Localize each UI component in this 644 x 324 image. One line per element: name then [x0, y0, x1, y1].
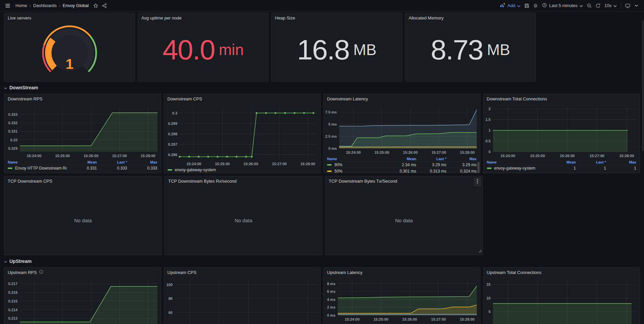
panel-downstream-cps: Downstream CPS 15:24:0015:25:0015:26:001… [164, 94, 321, 173]
downstream-latency-chart[interactable]: 15:24:0015:25:0015:26:0015:27:0015:28:00… [324, 103, 480, 156]
breadcrumb-separator: › [59, 3, 60, 8]
svg-text:80: 80 [168, 296, 172, 300]
add-panel-icon [500, 3, 505, 9]
refresh-interval-picker[interactable]: 10s [602, 1, 619, 10]
panel-title[interactable]: Upstream RPS [8, 270, 37, 275]
add-button[interactable]: Add [498, 1, 522, 10]
dashboard-settings-button[interactable] [531, 1, 540, 10]
svg-text:15:24:00: 15:24:00 [500, 154, 515, 158]
upstream-rps-chart[interactable]: 15:24:0015:25:0015:26:0015:27:0015:28:00… [4, 277, 161, 324]
svg-text:0.296: 0.296 [168, 153, 177, 157]
breadcrumb-current-dashboard[interactable]: Envoy Global [63, 3, 89, 8]
panel-title[interactable]: TCP Downstream Bytes Tx/Second [329, 179, 397, 184]
legend-header: NameMeanLast *Max [327, 156, 477, 161]
upstream-cps-chart[interactable]: 15:24:0015:25:0015:26:0015:27:0015:28:00… [164, 277, 321, 324]
svg-text:5 ms: 5 ms [328, 122, 337, 126]
svg-text:15:26:00: 15:26:00 [243, 162, 258, 166]
svg-text:5: 5 [488, 310, 490, 314]
kebab-icon [477, 179, 478, 185]
panel-upstream-latency: Upstream Latency 15:24:0015:25:0015:26:0… [323, 267, 480, 324]
panel-title[interactable]: Allocated Memory [409, 15, 444, 20]
downstream-cps-chart[interactable]: 15:24:0015:25:0015:26:0015:27:0015:28:00… [164, 103, 321, 167]
svg-text:0.333: 0.333 [8, 112, 17, 117]
downstream-rps-chart[interactable]: 15:24:0015:25:0015:26:0015:27:0015:28:00… [4, 103, 161, 159]
favorite-star-button[interactable] [91, 1, 100, 10]
menu-toggle-button[interactable] [3, 1, 12, 10]
legend-row[interactable]: envoy-gateway-system111 [487, 165, 637, 171]
downstream-total-connections-legend: NameMeanLast *Maxenvoy-gateway-system111 [484, 159, 640, 171]
stat-value: 16.8 [297, 36, 350, 64]
svg-text:15:24:00: 15:24:00 [345, 317, 360, 321]
legend-header: NameMeanLast *Max [8, 159, 157, 165]
share-button[interactable] [100, 1, 109, 10]
top-nav: Home › Dashboards › Envoy Global Add [0, 0, 644, 11]
panel-title[interactable]: Downstream Total Connections [487, 96, 547, 101]
legend-row[interactable]: 50%0.301 ms0.313 ms0.324 ms [327, 168, 477, 173]
legend-scrollbar[interactable] [477, 162, 479, 173]
svg-text:0.3: 0.3 [172, 111, 177, 115]
svg-text:0.299: 0.299 [168, 122, 177, 126]
panel-title[interactable]: Live servers [8, 15, 31, 20]
downstream-total-connections-chart[interactable]: 15:24:0015:25:0015:26:0015:27:0015:28:00… [484, 103, 640, 159]
panel-title[interactable]: Upstream Latency [327, 270, 363, 275]
panel-title[interactable]: Downstream Latency [327, 96, 368, 101]
panel-live-servers: Live servers 1 [4, 13, 135, 82]
save-dashboard-button[interactable] [522, 1, 531, 10]
svg-text:15:27:00: 15:27:00 [112, 154, 127, 158]
svg-text:0.217: 0.217 [8, 282, 17, 286]
panel-title[interactable]: Downstream CPS [168, 96, 202, 101]
breadcrumb: Home › Dashboards › Envoy Global [15, 3, 89, 8]
no-data-message: No data [325, 186, 482, 255]
stat-value-group: 8.73 MB [405, 22, 536, 81]
svg-text:2.5 ms: 2.5 ms [325, 134, 337, 138]
svg-text:15:25:00: 15:25:00 [374, 150, 389, 154]
upstream-total-connections-chart[interactable]: 15:24:0015:25:0015:26:0015:27:0015:28:00… [484, 277, 640, 324]
section-header-downstream[interactable]: DownStream [4, 82, 640, 94]
svg-text:15:24:00: 15:24:00 [186, 162, 201, 166]
svg-text:15:26:00: 15:26:00 [84, 154, 98, 158]
chevron-down-icon [635, 4, 638, 7]
nav-more-button[interactable] [632, 1, 641, 10]
live-servers-gauge[interactable]: 1 [4, 22, 135, 80]
svg-text:0: 0 [488, 150, 490, 154]
breadcrumb-home[interactable]: Home [15, 3, 27, 8]
upstream-latency-chart[interactable]: 15:24:0015:25:0015:26:0015:27:0015:28:00… [324, 277, 480, 323]
panel-upstream-cps: Upstream CPS 15:24:0015:25:0015:26:0015:… [164, 267, 321, 324]
panel-title[interactable]: Upstream CPS [168, 270, 197, 275]
chevron-down-icon [580, 3, 583, 8]
legend-row[interactable]: 90%2.34 ms3.29 ms3.29 ms [327, 161, 477, 168]
panel-menu-button[interactable] [474, 178, 481, 186]
page-scrollbar[interactable] [642, 20, 644, 151]
panel-title[interactable]: TCP Downstream Bytes Rx/second [168, 179, 237, 184]
panel-resize-handle[interactable] [478, 248, 482, 254]
section-header-upstream[interactable]: UpStream [4, 255, 640, 267]
zoom-out-time-button[interactable] [585, 1, 594, 10]
save-icon [524, 3, 530, 8]
star-icon [93, 3, 98, 8]
stat-value-group: 40.0 min [138, 22, 268, 81]
clock-icon [542, 3, 547, 9]
panel-title[interactable]: TCP Downstream CPS [8, 179, 52, 184]
svg-text:15:26:00: 15:26:00 [402, 317, 417, 321]
svg-text:15:27:00: 15:27:00 [589, 154, 604, 158]
panel-title[interactable]: Downstream RPS [8, 96, 42, 101]
legend-row[interactable]: Envoy HTTP Downstream Rq total0.3310.333… [8, 165, 157, 171]
panel-title[interactable]: Avg uptime per node [141, 15, 182, 20]
svg-text:7.5 ms: 7.5 ms [325, 110, 337, 114]
chevron-down-icon [4, 85, 7, 90]
time-range-picker[interactable]: Last 5 minutes [540, 1, 585, 10]
no-data-message: No data [4, 186, 162, 255]
legend-item[interactable]: envoy-gateway-system [168, 167, 317, 172]
svg-text:15:28:00: 15:28:00 [300, 162, 315, 166]
svg-text:8 ms: 8 ms [327, 282, 335, 286]
panel-title[interactable]: Heap Size [275, 15, 295, 20]
refresh-button[interactable] [594, 1, 602, 10]
breadcrumb-dashboards[interactable]: Dashboards [33, 3, 57, 8]
legend-header: NameMeanLast *Max [327, 323, 477, 324]
panel-downstream-latency: Downstream Latency 15:24:0015:25:0015:26… [323, 94, 480, 173]
panel-title[interactable]: Upstream Total Connections [487, 270, 542, 275]
svg-text:0.213: 0.213 [8, 316, 17, 320]
svg-text:15:27:00: 15:27:00 [431, 317, 446, 321]
svg-text:0.332: 0.332 [8, 121, 17, 125]
tv-mode-button[interactable] [623, 1, 632, 10]
